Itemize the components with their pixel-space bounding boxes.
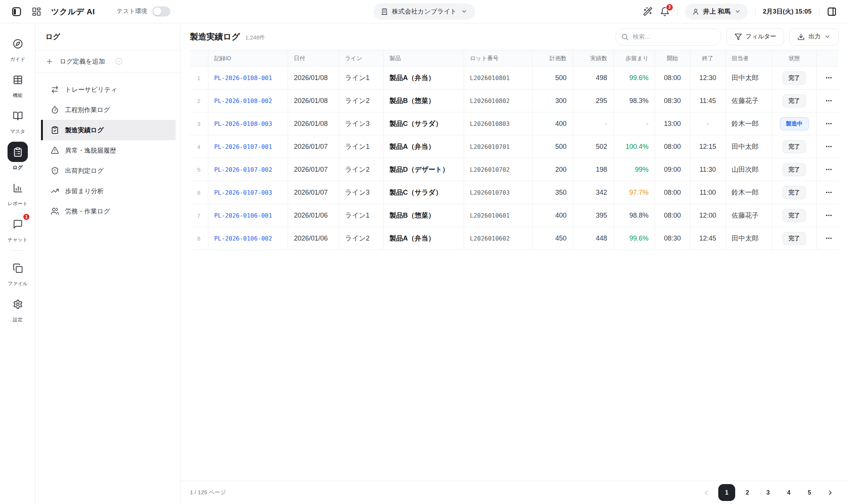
record-id-link[interactable]: PL-2026-0108-001 (214, 74, 272, 82)
row-actions-button[interactable] (823, 95, 835, 107)
sidebar-item-traceability[interactable]: トレーサビリティ (41, 79, 176, 100)
sidebar-title: ログ (36, 23, 180, 50)
page-prev-button[interactable] (698, 484, 715, 501)
shield-alert-icon (51, 166, 59, 175)
log-table: 記録ID 日付 ライン 製品 ロット番号 計画数 実績数 歩留まり 開始 終了 … (190, 50, 839, 250)
gear-icon (13, 299, 23, 309)
row-actions-button[interactable] (823, 72, 835, 84)
ellipsis-icon (825, 143, 833, 150)
row-actions-button[interactable] (823, 118, 835, 130)
row-actions-button[interactable] (823, 163, 835, 176)
page-button-3[interactable]: 3 (760, 484, 777, 501)
product-cell: 製品D（デザート） (383, 158, 464, 181)
column-header-start: 開始 (655, 50, 690, 67)
date-cell: 2026/01/08 (288, 112, 339, 135)
table-row: 8 PL-2026-0106-002 2026/01/06 ライン2 製品A（弁… (190, 227, 839, 250)
end-cell: 12:45 (690, 227, 725, 250)
add-log-definition-button[interactable]: ログ定義を追加 (36, 50, 180, 73)
pagination: 1 2 3 4 5 (698, 484, 839, 501)
rail-item-logs[interactable]: ログ (0, 138, 35, 174)
column-header-actions (816, 50, 839, 67)
search-input[interactable] (615, 28, 721, 45)
actual-cell: 342 (573, 181, 613, 204)
plan-cell: 300 (532, 89, 573, 112)
record-id-link[interactable]: PL-2026-0107-002 (214, 166, 272, 173)
page-next-button[interactable] (822, 484, 839, 501)
right-panel-button[interactable] (827, 7, 837, 17)
table-row: 6 PL-2026-0107-003 2026/01/07 ライン3 製品C（サ… (190, 181, 839, 204)
sidebar-item-anomaly-history[interactable]: 異常・逸脱届履歴 (41, 140, 176, 160)
company-selector[interactable]: 株式会社カンブライト (373, 3, 475, 20)
lot-cell: L2026010602 (464, 227, 532, 250)
status-badge: 完了 (783, 140, 806, 153)
yield-cell: 99.6% (613, 227, 655, 250)
page-button-1[interactable]: 1 (718, 484, 735, 501)
user-menu[interactable]: 井上 和馬 (685, 4, 748, 20)
record-id-link[interactable]: PL-2026-0106-001 (214, 212, 272, 219)
toggle-knob (153, 8, 161, 15)
line-cell: ライン1 (339, 67, 383, 89)
rail-item-files[interactable]: ファイル (0, 254, 35, 291)
env-toggle[interactable] (152, 6, 170, 17)
end-cell: 11:45 (690, 89, 725, 112)
sidebar-toggle-button[interactable] (11, 6, 22, 17)
record-id-link[interactable]: PL-2026-0108-003 (214, 120, 272, 127)
chevron-down-icon (734, 8, 741, 15)
line-cell: ライン2 (339, 158, 383, 181)
export-button[interactable]: 出力 (789, 28, 839, 45)
rail-item-reports[interactable]: レポート (0, 174, 35, 210)
product-cell: 製品B（惣菜） (383, 89, 464, 112)
circle-check-icon (115, 58, 123, 65)
page-button-2[interactable]: 2 (739, 484, 756, 501)
record-id-link[interactable]: PL-2026-0106-002 (214, 235, 272, 242)
product-cell: 製品A（弁当） (383, 67, 464, 89)
column-header-person: 担当者 (725, 50, 772, 67)
filter-button[interactable]: フィルター (727, 28, 784, 45)
sidebar-item-production-log[interactable]: 製造実績ログ (41, 120, 176, 140)
row-actions-button[interactable] (823, 209, 835, 221)
yield-cell: 99.6% (613, 67, 655, 89)
message-square-icon (13, 219, 23, 229)
sidebar-item-process-work-log[interactable]: 工程別作業ログ (41, 100, 176, 120)
funnel-icon (734, 33, 742, 41)
app-topbar: ツクルデ AI テスト環境 株式会社カンブライト 3 井上 和馬 2月3日(火)… (0, 0, 848, 23)
plan-cell: 450 (532, 227, 573, 250)
plan-cell: 400 (532, 204, 573, 227)
record-id-link[interactable]: PL-2026-0108-002 (214, 97, 272, 104)
person-cell: 佐藤花子 (725, 89, 772, 112)
column-header-actual: 実績数 (573, 50, 613, 67)
rail-item-features[interactable]: 機能 (0, 66, 35, 102)
record-id-link[interactable]: PL-2026-0107-001 (214, 143, 272, 150)
yield-cell: 98.8% (613, 204, 655, 227)
date-cell: 2026/01/07 (288, 135, 339, 158)
page-button-5[interactable]: 5 (801, 484, 818, 501)
lot-cell: L2026010702 (464, 158, 532, 181)
plan-cell: 400 (532, 112, 573, 135)
apps-menu-button[interactable] (32, 7, 41, 17)
yield-cell: - (613, 112, 655, 135)
record-id-link[interactable]: PL-2026-0107-003 (214, 189, 272, 196)
actual-cell: 498 (573, 67, 613, 89)
table-wrap: 記録ID 日付 ライン 製品 ロット番号 計画数 実績数 歩留まり 開始 終了 … (181, 50, 848, 481)
ai-assistant-button[interactable] (643, 7, 652, 16)
nav-rail: ガイド 機能 マスタ ログ レポート 1 チャット ファイル (0, 23, 36, 504)
status-badge: 完了 (783, 94, 806, 107)
row-actions-button[interactable] (823, 186, 835, 198)
sidebar-item-shipping-judgement-log[interactable]: 出荷判定ログ (41, 160, 176, 181)
rail-item-master[interactable]: マスタ (0, 102, 35, 138)
start-cell: 08:00 (655, 204, 690, 227)
row-actions-button[interactable] (823, 232, 835, 244)
table-footer: 1 / 125 ページ 1 2 3 4 5 (181, 481, 848, 504)
page-button-4[interactable]: 4 (780, 484, 797, 501)
person-cell: 鈴木一郎 (725, 112, 772, 135)
rail-item-settings[interactable]: 設定 (0, 291, 35, 327)
sidebar-item-yield-analysis[interactable]: 歩留まり分析 (41, 181, 176, 201)
table-row: 3 PL-2026-0108-003 2026/01/08 ライン3 製品C（サ… (190, 112, 839, 135)
rail-item-guide[interactable]: ガイド (0, 30, 35, 66)
row-actions-button[interactable] (823, 141, 835, 153)
rail-item-chat[interactable]: 1 チャット (0, 210, 35, 247)
env-label: テスト環境 (117, 8, 147, 15)
yield-cell: 97.7% (613, 181, 655, 204)
ellipsis-icon (825, 212, 833, 219)
sidebar-item-labor-work-log[interactable]: 労務・作業ログ (41, 201, 176, 221)
